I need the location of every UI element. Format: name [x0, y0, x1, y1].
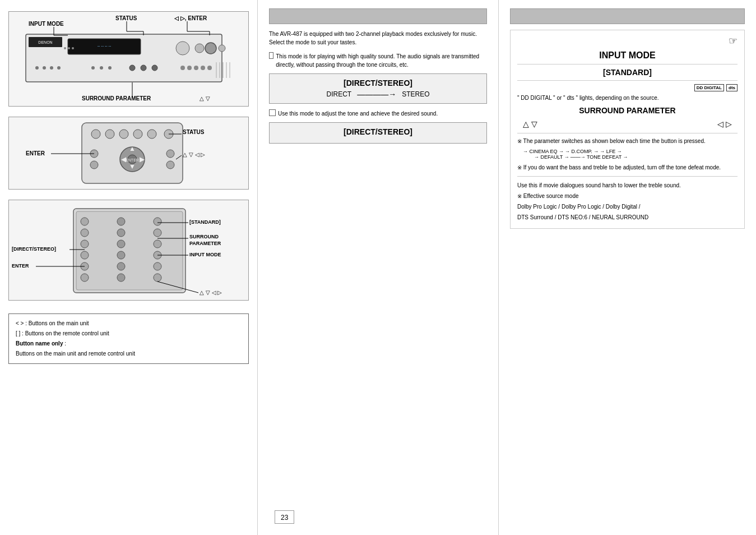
section1-container: This mode is for playing with high quali…: [269, 52, 487, 104]
surround-section: SURROUND PARAMETER △ ▽ ◁ ▷: [517, 106, 738, 133]
right-header-bar: [510, 8, 745, 24]
surround-param-title: SURROUND PARAMETER: [517, 106, 738, 115]
svg-point-76: [81, 229, 89, 237]
diagram-bottom: [DIRECT/STEREO] [STANDARD] SURROUND PARA…: [8, 200, 249, 301]
svg-point-14: [50, 66, 53, 70]
svg-point-50: [119, 130, 128, 139]
svg-point-18: [108, 66, 112, 70]
svg-text:◁ ▷, ENTER: ◁ ▷, ENTER: [174, 15, 207, 21]
svg-point-24: [194, 66, 198, 70]
direct-stereo-box-1: [DIRECT/STEREO] DIRECT ————→ STEREO: [269, 73, 487, 104]
badge-dd: DD DIGITAL: [694, 84, 724, 91]
section1-desc: This mode is for playing with high quali…: [276, 52, 487, 69]
note2: ※ If you do want the bass and treble to …: [517, 163, 738, 172]
svg-point-86: [117, 274, 125, 282]
svg-point-23: [187, 66, 192, 70]
svg-text:ENTER: ENTER: [26, 150, 45, 156]
svg-text:INPUT MODE: INPUT MODE: [189, 252, 221, 257]
svg-text:ENTER: ENTER: [126, 158, 139, 162]
svg-point-62: [90, 161, 98, 169]
svg-point-88: [154, 229, 161, 237]
svg-text:▶: ▶: [140, 155, 145, 163]
flow1-part1: → CINEMA EQ →: [523, 149, 564, 154]
svg-point-6: [68, 47, 70, 49]
badge-note: " DD DIGITAL " or " dts " lights, depend…: [517, 94, 738, 103]
svg-rect-74: [76, 211, 183, 290]
svg-point-21: [152, 65, 157, 71]
flow-diagram-1: → CINEMA EQ → → D.COMP. → → LFE → → DEFA…: [523, 149, 732, 160]
svg-point-20: [141, 65, 146, 71]
standard-title: [STANDARD]: [517, 68, 738, 81]
svg-point-84: [117, 251, 125, 259]
svg-point-7: [72, 47, 74, 49]
legend-line1: < > : Buttons on the main unit: [16, 319, 242, 329]
svg-point-91: [154, 262, 161, 270]
direct-stereo-flow-1: DIRECT ————→ STEREO: [276, 90, 480, 99]
svg-point-83: [117, 240, 125, 248]
svg-point-80: [81, 274, 89, 282]
legend-line4: Buttons on the main unit and remote cont…: [16, 349, 242, 359]
svg-point-82: [117, 229, 125, 237]
svg-point-8: [176, 41, 189, 55]
svg-point-5: [64, 47, 66, 49]
triangle-row: △ ▽ ◁ ▷: [517, 118, 738, 130]
svg-text:▲: ▲: [129, 145, 136, 153]
svg-point-64: [166, 161, 174, 169]
legend-line2: [ ] : Buttons on the remote control unit: [16, 329, 242, 339]
svg-point-15: [57, 66, 61, 70]
svg-text:SURROUND PARAMETER: SURROUND PARAMETER: [82, 95, 151, 102]
direct-stereo-title-2: [DIRECT/STEREO]: [276, 127, 480, 136]
svg-point-85: [117, 262, 125, 270]
intro-text: The AVR-487 is equipped with two 2-chann…: [269, 30, 487, 47]
section2-container: Use this mode to adjust the tone and ach…: [269, 109, 487, 144]
svg-point-89: [154, 240, 161, 248]
legend-box: < > : Buttons on the main unit [ ] : But…: [8, 313, 249, 364]
svg-point-87: [154, 218, 161, 225]
svg-text:STATUS: STATUS: [115, 15, 137, 21]
note1: ※ The parameter switches as shown below …: [517, 137, 738, 145]
svg-point-92: [154, 274, 161, 282]
checkbox-icon-1: [269, 52, 273, 59]
avr-top-diagram: DENON -- -- -- --: [9, 12, 256, 107]
effective-modes2: DTS Surround / DTS NEO:6 / NEURAL SURROU…: [517, 213, 738, 222]
svg-point-25: [201, 66, 205, 70]
svg-point-52: [147, 130, 156, 139]
svg-text:SURROUND: SURROUND: [189, 234, 219, 239]
svg-point-81: [117, 218, 125, 225]
svg-point-22: [180, 66, 185, 70]
svg-text:-- -- -- --: -- -- -- --: [98, 44, 112, 48]
right-inner: ☞ INPUT MODE [STANDARD] DD DIGITAL dts "…: [511, 30, 744, 228]
badge-dts: dts: [726, 84, 738, 91]
svg-point-11: [219, 45, 225, 52]
right-content-box: ☞ INPUT MODE [STANDARD] DD DIGITAL dts "…: [510, 30, 745, 229]
svg-point-17: [100, 66, 103, 70]
right-column: ☞ INPUT MODE [STANDARD] DD DIGITAL dts "…: [499, 0, 756, 535]
mid-header-bar: [269, 8, 487, 24]
svg-point-51: [133, 130, 142, 139]
legend-line3: Button name only :: [16, 339, 242, 349]
svg-point-49: [105, 130, 114, 139]
page-number: 23: [281, 514, 288, 522]
tone-defeat-note: Use this if movie dialogues sound harsh …: [517, 181, 738, 190]
avr-mid-diagram: ▲ ▼ ◀ ▶ ENTER ENTER STATUS: [9, 117, 256, 190]
svg-text:△ ▽ ◁ ▷: △ ▽ ◁ ▷: [183, 151, 205, 158]
legend-bold: Button name only: [16, 340, 63, 347]
avr-bottom-diagram: [DIRECT/STEREO] [STANDARD] SURROUND PARA…: [9, 200, 256, 301]
svg-point-16: [91, 66, 95, 70]
tone-defeat-section: Use this if movie dialogues sound harsh …: [517, 181, 738, 222]
effective-label: ※ Effective source mode: [517, 192, 738, 201]
svg-point-75: [81, 218, 89, 225]
triangle-right: ◁ ▷: [717, 119, 732, 128]
svg-text:PARAMETER: PARAMETER: [189, 241, 221, 246]
flow1-part2: → D.COMP. →: [565, 149, 599, 154]
input-mode-title: INPUT MODE: [517, 50, 738, 64]
effective-modes: Dolby Pro Logic / Dolby Pro Logic / Dolb…: [517, 202, 738, 211]
svg-point-26: [207, 66, 212, 70]
svg-text:STATUS: STATUS: [183, 129, 205, 135]
svg-point-19: [129, 65, 135, 71]
svg-text:INPUT MODE: INPUT MODE: [29, 21, 64, 27]
svg-point-9: [195, 44, 204, 53]
direct-stereo-box-2: [DIRECT/STEREO]: [269, 122, 487, 144]
svg-text:DENON: DENON: [38, 40, 52, 44]
svg-point-12: [35, 66, 39, 70]
